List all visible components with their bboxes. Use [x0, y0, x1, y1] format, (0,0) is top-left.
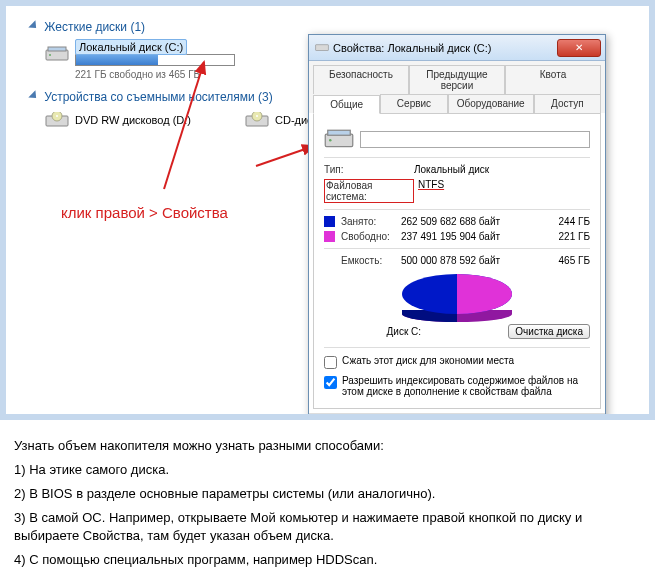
- dialog-footer: ОК Отмена Применить: [309, 413, 605, 414]
- capacity-bytes: 500 000 878 592 байт: [401, 255, 550, 266]
- used-gb: 244 ГБ: [550, 216, 590, 227]
- used-label: Занято:: [341, 216, 401, 227]
- compress-label: Сжать этот диск для экономии места: [342, 355, 514, 366]
- screenshot-frame: Жесткие диски (1) Локальный диск (C:) 22…: [0, 0, 655, 420]
- svg-rect-11: [316, 44, 329, 50]
- disk-cleanup-button[interactable]: Очистка диска: [508, 324, 590, 339]
- svg-point-1: [49, 54, 51, 56]
- properties-dialog: Свойства: Локальный диск (C:) ✕ Безопасн…: [308, 34, 606, 414]
- index-label: Разрешить индексировать содержимое файло…: [342, 375, 590, 397]
- annotation-text: клик правой > Свойства: [61, 204, 228, 221]
- svg-line-10: [256, 146, 314, 166]
- filesystem-value: NTFS: [418, 179, 444, 203]
- tab-row-1: Безопасность Предыдущие версии Квота: [309, 61, 605, 94]
- svg-point-5: [56, 115, 58, 117]
- article-p4: 4) С помощью специальных программ, напри…: [14, 551, 645, 570]
- capacity-gb: 465 ГБ: [550, 255, 590, 266]
- drive-large-icon: [324, 125, 360, 153]
- article-p2: 2) В BIOS в разделе основные параметры с…: [14, 485, 645, 504]
- filesystem-label: Файловая система:: [324, 179, 414, 203]
- used-color-icon: [324, 216, 335, 227]
- free-label: Свободно:: [341, 231, 401, 242]
- dialog-titlebar[interactable]: Свойства: Локальный диск (C:) ✕: [309, 35, 605, 61]
- tab-row-2: Общие Сервис Оборудование Доступ: [309, 94, 605, 113]
- free-bytes: 237 491 195 904 байт: [401, 231, 550, 242]
- free-gb: 221 ГБ: [550, 231, 590, 242]
- tab-tools[interactable]: Сервис: [380, 94, 447, 113]
- free-color-icon: [324, 231, 335, 242]
- article-text: Узнать объем накопителя можно узнать раз…: [0, 420, 659, 571]
- article-p3: 3) В самой ОС. Например, открываете Мой …: [14, 509, 645, 547]
- disk-usage-pie: [402, 274, 512, 322]
- tab-security[interactable]: Безопасность: [313, 65, 409, 94]
- drive-label-input[interactable]: [360, 131, 590, 148]
- drive-small-icon: [315, 41, 329, 55]
- capacity-label: Емкость:: [341, 255, 401, 266]
- svg-rect-2: [48, 47, 66, 51]
- dialog-title: Свойства: Локальный диск (C:): [333, 42, 557, 54]
- close-button[interactable]: ✕: [557, 39, 601, 57]
- dvd-icon: [45, 111, 69, 129]
- article-p0: Узнать объем накопителя можно узнать раз…: [14, 437, 645, 456]
- compress-checkbox[interactable]: [324, 356, 337, 369]
- pie-caption: Диск C:: [324, 326, 484, 337]
- tab-general-body: Тип: Локальный диск Файловая система: NT…: [313, 113, 601, 409]
- tab-sharing[interactable]: Доступ: [534, 94, 601, 113]
- hdd-icon: [45, 45, 69, 63]
- tab-general[interactable]: Общие: [313, 95, 380, 114]
- svg-line-9: [164, 62, 204, 189]
- type-label: Тип:: [324, 164, 414, 175]
- article-p1: 1) На этике самого диска.: [14, 461, 645, 480]
- index-checkbox[interactable]: [324, 376, 337, 389]
- tab-quota[interactable]: Квота: [505, 65, 601, 94]
- type-value: Локальный диск: [414, 164, 489, 175]
- expand-icon[interactable]: [28, 20, 39, 31]
- explorer-panel: Жесткие диски (1) Локальный диск (C:) 22…: [6, 6, 649, 414]
- tab-previous-versions[interactable]: Предыдущие версии: [409, 65, 505, 94]
- drive-c-label: Локальный диск (C:): [75, 39, 187, 55]
- svg-point-13: [329, 139, 332, 142]
- used-bytes: 262 509 682 688 байт: [401, 216, 550, 227]
- tab-hardware[interactable]: Оборудование: [448, 94, 534, 113]
- svg-rect-14: [328, 130, 351, 135]
- expand-icon[interactable]: [28, 90, 39, 101]
- hdd-header-label: Жесткие диски (1): [44, 20, 145, 34]
